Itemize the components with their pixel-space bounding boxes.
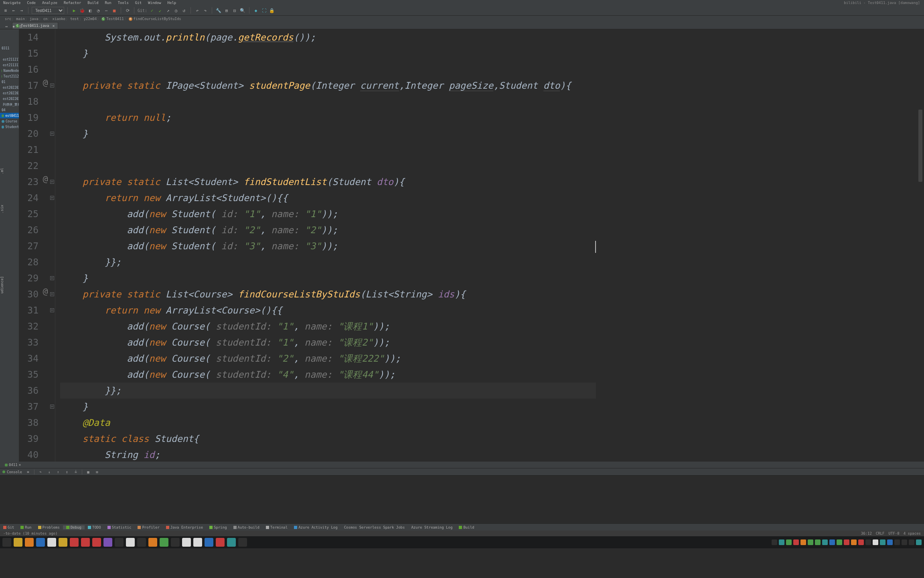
taskbar-app-icon[interactable]	[238, 538, 247, 547]
code-line[interactable]: }	[60, 126, 596, 142]
taskbar-app-icon[interactable]	[25, 538, 34, 547]
code-editor[interactable]: 1415161718192021222324252627282930313233…	[19, 29, 924, 462]
console-tab[interactable]: Console	[2, 470, 22, 474]
redo-icon[interactable]: ↷	[202, 7, 209, 14]
code-line[interactable]: }};	[60, 383, 596, 399]
forward-icon[interactable]: →	[18, 7, 25, 14]
taskbar-app-icon[interactable]	[227, 538, 236, 547]
azure2-icon[interactable]: ⛶	[261, 7, 267, 14]
code-body[interactable]: System.out.println(page.getRecords()); }…	[55, 29, 596, 462]
taskbar-app-icon[interactable]	[47, 538, 56, 547]
editor-scrollbar[interactable]	[918, 110, 922, 182]
project-item[interactable]: NameNode	[0, 68, 19, 73]
code-line[interactable]: }	[60, 45, 596, 61]
code-line[interactable]: }	[60, 399, 596, 415]
evaluate-icon[interactable]: ≟	[73, 469, 79, 475]
tab-close-icon[interactable]: ×	[52, 24, 55, 28]
project-item[interactable]	[0, 51, 19, 57]
bottom-tab-todo[interactable]: TODO	[85, 525, 104, 529]
code-line[interactable]: add(new Student( id: "1", name: "1"));	[60, 206, 596, 222]
taskbar-app-icon[interactable]	[137, 538, 146, 547]
menu-window[interactable]: Window	[145, 1, 164, 5]
crumb-file[interactable]: C Test0411	[99, 17, 126, 21]
threads-icon[interactable]: ≡	[25, 469, 31, 475]
code-line[interactable]: add(new Course( studentId: "1", name: "课…	[60, 334, 596, 350]
taskbar-app-icon[interactable]	[36, 538, 45, 547]
menu-git[interactable]: Git	[132, 1, 145, 5]
step-over-icon[interactable]: ↷	[38, 469, 43, 475]
bottom-tab-problems[interactable]: Problems	[35, 525, 63, 529]
run-coverage-icon[interactable]: ◧	[87, 7, 93, 14]
collapse-icon[interactable]: ←	[10, 7, 17, 14]
bottom-tab-git[interactable]: Git	[0, 525, 17, 529]
project-item[interactable]: est211217	[0, 57, 19, 62]
code-line[interactable]: private static List<Course> findCourseLi…	[60, 286, 596, 302]
sidebar-audience[interactable]: udience]	[0, 273, 4, 297]
crumb-cn[interactable]: cn	[41, 17, 50, 21]
crumb-main[interactable]: main	[14, 17, 27, 21]
os-taskbar[interactable]	[0, 536, 924, 548]
project-tool-icon[interactable]: ↔	[4, 23, 9, 29]
tray-icon[interactable]	[808, 539, 813, 545]
bottom-tab-debug[interactable]: Debug	[63, 525, 85, 529]
git-history-icon[interactable]: ◷	[173, 7, 179, 14]
run-tab-0411[interactable]: 0411 ×	[2, 463, 23, 467]
project-item[interactable]: 列債侠_案外	[0, 102, 19, 107]
tray-icon[interactable]	[829, 539, 835, 545]
code-line[interactable]: private static IPage<Student> studentPag…	[60, 77, 596, 94]
sidebar-six[interactable]: .six	[0, 201, 4, 217]
code-line[interactable]: add(new Student( id: "3", name: "3"));	[60, 238, 596, 254]
status-line-sep[interactable]: CRLF	[876, 531, 885, 535]
tray-icon[interactable]	[887, 539, 893, 545]
bottom-tab-run[interactable]: Run	[17, 525, 34, 529]
taskbar-app-icon[interactable]	[205, 538, 213, 547]
frames-icon[interactable]: ▦	[85, 469, 91, 475]
menu-tools[interactable]: Tools	[115, 1, 132, 5]
run-debug-icon[interactable]: 🐞	[79, 7, 85, 14]
layout-icon[interactable]: ⊞	[94, 469, 100, 475]
taskbar-app-icon[interactable]	[193, 538, 202, 547]
system-tray[interactable]	[772, 539, 922, 545]
sidebar-ml[interactable]: .ml	[0, 165, 4, 177]
project-item[interactable]: est2022032	[0, 96, 19, 102]
taskbar-app-icon[interactable]	[171, 538, 180, 547]
structure-icon[interactable]: ⊞	[223, 7, 230, 14]
taskbar-app-icon[interactable]	[148, 538, 157, 547]
run-to-cursor-icon[interactable]: ↧	[64, 469, 70, 475]
step-into-icon[interactable]: ↓	[47, 469, 52, 475]
select-opened-icon[interactable]: ✹	[11, 23, 16, 29]
taskbar-app-icon[interactable]	[81, 538, 90, 547]
code-line[interactable]: add(new Course( studentId: "4", name: "课…	[60, 366, 596, 383]
menu-refactor[interactable]: Refactor	[61, 1, 84, 5]
status-caret-pos[interactable]: 36:12	[861, 531, 872, 535]
taskbar-app-icon[interactable]	[126, 538, 135, 547]
bottom-tab-auto-build[interactable]: Auto-build	[230, 525, 263, 529]
reload-icon[interactable]: ⟳	[124, 7, 131, 14]
code-line[interactable]: String id;	[60, 447, 596, 463]
project-item[interactable]: 0311	[0, 45, 19, 51]
find-icon[interactable]: ⊡	[231, 7, 238, 14]
run-attach-icon[interactable]: ⋯	[103, 7, 109, 14]
project-item[interactable]: est2022031	[0, 90, 19, 96]
run-run-icon[interactable]: ▶	[71, 7, 77, 14]
taskbar-app-icon[interactable]	[2, 538, 11, 547]
taskbar-app-icon[interactable]	[92, 538, 101, 547]
status-indent[interactable]: 4 spaces	[904, 531, 921, 535]
lock-icon[interactable]: 🔒	[269, 7, 275, 14]
tray-icon[interactable]	[793, 539, 799, 545]
menu-code[interactable]: Code	[24, 1, 39, 5]
taskbar-app-icon[interactable]	[103, 538, 112, 547]
tray-icon[interactable]	[858, 539, 864, 545]
code-line[interactable]: add(new Course( studentId: "2", name: "课…	[60, 350, 596, 366]
code-line[interactable]: static class Student{	[60, 431, 596, 447]
code-line[interactable]: add(new Course( studentId: "1", name: "课…	[60, 318, 596, 334]
git-rollback-icon[interactable]: ↺	[181, 7, 187, 14]
crumb-method[interactable]: m findCourseListByStuIds	[126, 17, 184, 21]
code-line[interactable]: return new ArrayList<Student>(){{	[60, 190, 596, 206]
tray-icon[interactable]	[916, 539, 922, 545]
tray-icon[interactable]	[873, 539, 878, 545]
search-icon[interactable]: 🔍	[239, 7, 246, 14]
azure-icon[interactable]: ◆	[253, 7, 259, 14]
project-item[interactable]: 04	[0, 107, 19, 113]
taskbar-app-icon[interactable]	[160, 538, 168, 547]
